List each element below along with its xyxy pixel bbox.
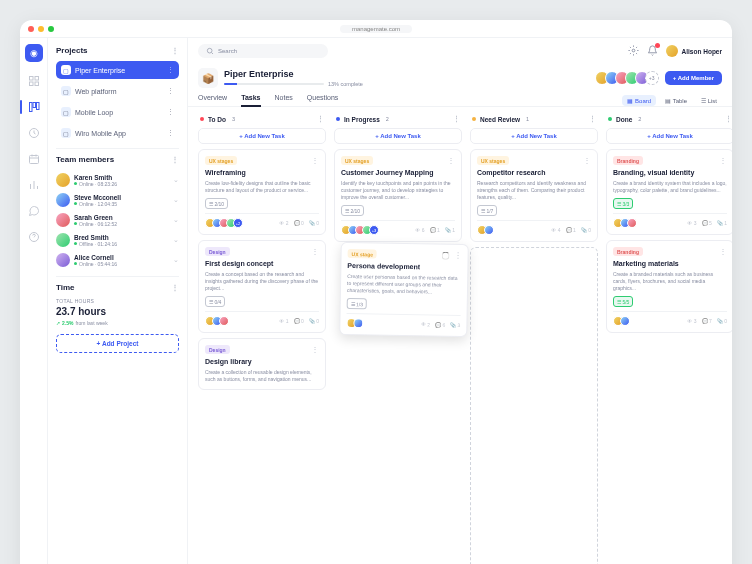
card-assignees[interactable] <box>205 316 229 326</box>
card-more-icon[interactable]: ⋮ <box>454 251 462 260</box>
project-title: Piper Enterprise <box>224 69 363 79</box>
view-table[interactable]: ▤ Table <box>660 95 692 106</box>
svg-rect-2 <box>29 82 33 86</box>
project-item-more-icon[interactable]: ⋮ <box>167 87 174 95</box>
project-members[interactable]: +3 <box>595 71 659 85</box>
add-task-button[interactable]: + Add New Task <box>470 128 598 144</box>
svg-rect-6 <box>36 103 39 110</box>
project-item-more-icon[interactable]: ⋮ <box>167 66 174 74</box>
project-item-more-icon[interactable]: ⋮ <box>167 129 174 137</box>
drop-placeholder[interactable] <box>470 247 598 564</box>
settings-icon[interactable] <box>628 45 639 58</box>
files-stat: 📎 0 <box>309 318 319 324</box>
board-icon[interactable] <box>27 100 41 114</box>
chat-icon[interactable] <box>27 204 41 218</box>
add-task-button[interactable]: + Add New Task <box>606 128 732 144</box>
member-item[interactable]: Sarah GreenOnline · 06:12:52⌄ <box>56 210 179 230</box>
card-more-icon[interactable]: ⋮ <box>447 156 455 165</box>
time-icon[interactable] <box>27 126 41 140</box>
member-item[interactable]: Karen SmithOnline · 08:23:26⌄ <box>56 170 179 190</box>
progress-bar <box>224 83 324 85</box>
member-avatar <box>56 173 70 187</box>
project-item-more-icon[interactable]: ⋮ <box>167 108 174 116</box>
tab-notes[interactable]: Notes <box>275 94 293 106</box>
user-menu[interactable]: Alison Hoper <box>666 45 722 57</box>
add-member-button[interactable]: + Add Member <box>665 71 722 85</box>
column-need-review: Need Review1⋮ + Add New Task UX stages⋮ … <box>470 115 598 564</box>
project-item[interactable]: ▢Web platform⋮ <box>56 82 179 100</box>
card-assignees[interactable] <box>346 318 363 328</box>
view-board[interactable]: ▦ Board <box>622 95 656 106</box>
task-card[interactable]: Design⋮ Design library Create a collecti… <box>198 338 326 390</box>
task-card[interactable]: UX stages⋮ Competitor research Research … <box>470 149 598 242</box>
view-list[interactable]: ☰ List <box>696 95 722 106</box>
column-more-icon[interactable]: ⋮ <box>725 115 732 123</box>
task-card[interactable]: UX stage⋮ Persona development Create use… <box>339 242 469 337</box>
help-icon[interactable] <box>27 230 41 244</box>
tab-overview[interactable]: Overview <box>198 94 227 106</box>
card-more-icon[interactable]: ⋮ <box>719 156 727 165</box>
card-assignees[interactable] <box>613 316 630 326</box>
card-description: Create user personas based on the resear… <box>347 273 461 296</box>
search-icon <box>206 47 214 55</box>
tab-questions[interactable]: Questions <box>307 94 339 106</box>
member-avatar <box>56 193 70 207</box>
add-task-button[interactable]: + Add New Task <box>198 128 326 144</box>
member-avatar <box>56 253 70 267</box>
card-more-icon[interactable]: ⋮ <box>583 156 591 165</box>
member-item[interactable]: Bred SmithOffline · 01:24:16⌄ <box>56 230 179 250</box>
column-more-icon[interactable]: ⋮ <box>453 115 460 123</box>
task-card[interactable]: UX stages⋮ Wireframing Create low-fideli… <box>198 149 326 235</box>
calendar-icon[interactable] <box>27 152 41 166</box>
card-assignees[interactable] <box>613 218 637 228</box>
app-logo[interactable]: ◉ <box>25 44 43 62</box>
task-card[interactable]: Design⋮ First design concept Create a co… <box>198 240 326 333</box>
column-more-icon[interactable]: ⋮ <box>317 115 324 123</box>
maximize-dot[interactable] <box>48 26 54 32</box>
card-more-icon[interactable]: ⋮ <box>311 156 319 165</box>
notifications-icon[interactable] <box>647 45 658 58</box>
project-item[interactable]: ▢Wiro Mobile App⋮ <box>56 124 179 142</box>
time-more-icon[interactable]: ⋮ <box>171 283 179 292</box>
card-assignees[interactable] <box>477 225 494 235</box>
card-more-icon[interactable]: ⋮ <box>311 247 319 256</box>
url-bar: managemate.com <box>340 25 412 33</box>
card-assignees[interactable]: +2 <box>205 218 243 228</box>
task-card[interactable]: Branding⋮ Marketing materials Create a b… <box>606 240 732 333</box>
add-project-button[interactable]: + Add Project <box>56 334 179 353</box>
svg-rect-3 <box>35 82 39 86</box>
column-more-icon[interactable]: ⋮ <box>589 115 596 123</box>
files-stat: 📎 1 <box>717 220 727 226</box>
comments-stat: 💬 5 <box>702 220 712 226</box>
chevron-down-icon: ⌄ <box>173 256 179 264</box>
projects-more-icon[interactable]: ⋮ <box>171 46 179 55</box>
card-more-icon[interactable]: ⋮ <box>311 345 319 354</box>
tab-tasks[interactable]: Tasks <box>241 94 260 106</box>
member-item[interactable]: Alice CornellOnline · 05:44:16⌄ <box>56 250 179 270</box>
loading-icon <box>442 251 450 259</box>
card-title: First design concept <box>205 260 319 267</box>
card-assignees[interactable]: +3 <box>341 225 379 235</box>
column-done: Done2⋮ + Add New Task Branding⋮ Branding… <box>606 115 732 564</box>
user-avatar <box>666 45 678 57</box>
search-input[interactable]: Search <box>198 44 328 58</box>
analytics-icon[interactable] <box>27 178 41 192</box>
subtask-badge: ☰ 0/4 <box>205 296 225 307</box>
card-more-icon[interactable]: ⋮ <box>719 247 727 256</box>
subtask-badge: ☰ 3/3 <box>613 198 633 209</box>
subtask-badge: ☰ 1/3 <box>347 298 368 309</box>
task-card[interactable]: UX stages⋮ Customer Journey Mapping Iden… <box>334 149 462 242</box>
dashboard-icon[interactable] <box>27 74 41 88</box>
card-description: Create low-fidelity designs that outline… <box>205 180 319 194</box>
member-item[interactable]: Steve McconellOnline · 12:04:35⌄ <box>56 190 179 210</box>
topbar: Search Alison Hoper <box>188 38 732 64</box>
add-task-button[interactable]: + Add New Task <box>334 128 462 144</box>
project-item[interactable]: ▢Mobile Loop⋮ <box>56 103 179 121</box>
close-dot[interactable] <box>28 26 34 32</box>
minimize-dot[interactable] <box>38 26 44 32</box>
task-card[interactable]: Branding⋮ Branding, visual identity Crea… <box>606 149 732 235</box>
project-item[interactable]: ▢Piper Enterprise⋮ <box>56 61 179 79</box>
card-title: Competitor research <box>477 169 591 176</box>
card-title: Customer Journey Mapping <box>341 169 455 176</box>
members-more-icon[interactable]: ⋮ <box>171 155 179 164</box>
